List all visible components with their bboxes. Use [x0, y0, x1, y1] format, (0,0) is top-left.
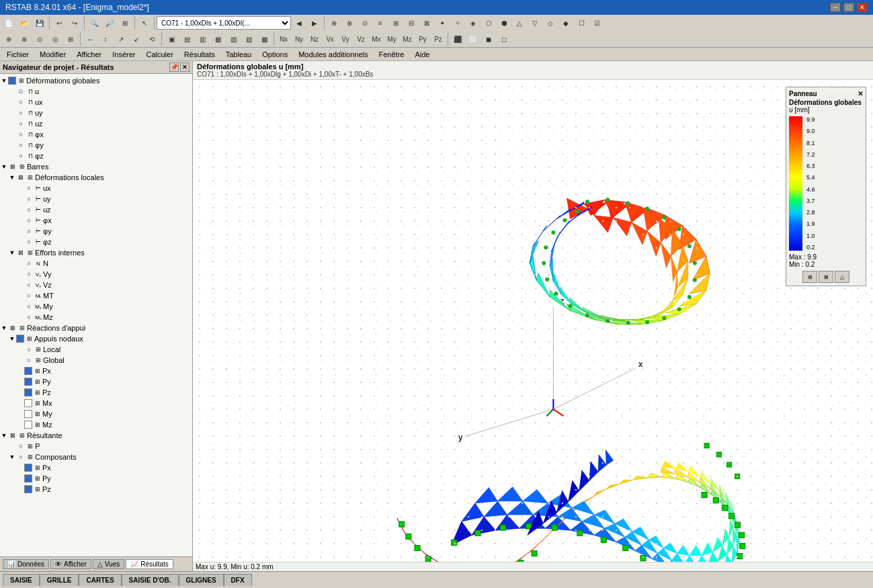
r8[interactable]: ↗: [114, 32, 128, 46]
menu-options[interactable]: Options: [257, 49, 293, 60]
tree-item-phiz[interactable]: ○ ⊓ φz: [0, 151, 192, 161]
tree-container[interactable]: ▼ ⊞ Déformations globales ⊙ ⊓ u ○ ⊓ ux: [0, 74, 192, 556]
tree-item-Mz-r[interactable]: ⊞ Mz: [0, 419, 192, 430]
tab-saisie[interactable]: SAISIE: [3, 574, 40, 586]
tree-item-comp-Py[interactable]: ⊞ Py: [0, 473, 192, 484]
load-combo[interactable]: CO71 - 1,00xDIs + 1,00xDI(...: [157, 16, 291, 30]
tab-glignes[interactable]: GLIGNES: [179, 574, 224, 586]
t5[interactable]: ⊞: [388, 15, 403, 30]
menu-tableau[interactable]: Tableau: [220, 49, 257, 60]
tree-item-phiy[interactable]: ○ ⊓ φy: [0, 140, 192, 151]
r15[interactable]: ▧: [226, 32, 241, 46]
tree-toggle[interactable]: ▼: [8, 249, 16, 257]
legend-btn-2[interactable]: ⊠: [819, 271, 833, 283]
tree-item-composants[interactable]: ▼ ○ ⊞ Composants: [0, 452, 192, 462]
t18[interactable]: ☑: [589, 15, 604, 30]
r12[interactable]: ▤: [179, 32, 194, 46]
t15[interactable]: ◇: [543, 15, 558, 30]
r11[interactable]: ▣: [164, 32, 179, 46]
tree-item-Vy[interactable]: ○ Vᵧ Vy: [0, 269, 192, 280]
r17[interactable]: ▩: [257, 32, 272, 46]
tree-item-bar-ux[interactable]: ○ ⊢ ux: [0, 183, 192, 194]
tree-item-bar-phiy[interactable]: ○ ⊢ φy: [0, 226, 192, 237]
tree-toggle[interactable]: ▼: [0, 163, 8, 171]
tree-item-phix[interactable]: ○ ⊓ φx: [0, 129, 192, 140]
tree-item-ux[interactable]: ○ ⊓ ux: [0, 97, 192, 108]
select-button[interactable]: ↖: [137, 15, 152, 30]
next-combo[interactable]: ▶: [307, 15, 322, 30]
tree-item-efforts-internes[interactable]: ▼ ⊠ ⊞ Efforts internes: [0, 247, 192, 258]
tree-checkbox[interactable]: [24, 464, 32, 472]
tree-checkbox[interactable]: [24, 421, 32, 429]
legend-btn-3[interactable]: △: [835, 271, 849, 283]
r21[interactable]: Vx: [323, 32, 337, 46]
tree-item-Mx[interactable]: ⊞ Mx: [0, 398, 192, 409]
tree-checkbox[interactable]: [24, 410, 32, 418]
menu-fenetre[interactable]: Fenêtre: [374, 49, 410, 60]
r29[interactable]: ⬛: [450, 32, 465, 46]
tree-checkbox[interactable]: [24, 367, 32, 375]
panel-pin-button[interactable]: 📌: [169, 62, 179, 72]
r18[interactable]: Nx: [276, 32, 291, 46]
r14[interactable]: ▦: [210, 32, 225, 46]
tree-item-Pz[interactable]: ⊞ Pz: [0, 387, 192, 398]
menu-fichier[interactable]: Fichier: [1, 49, 34, 60]
tree-toggle[interactable]: ▼: [8, 335, 16, 343]
t13[interactable]: △: [512, 15, 527, 30]
menu-afficher[interactable]: Afficher: [71, 49, 107, 60]
tree-item-Vz[interactable]: ○ Vᵤ Vz: [0, 280, 192, 290]
menu-modules[interactable]: Modules additionnels: [293, 49, 373, 60]
menu-inserer[interactable]: Insérer: [107, 49, 140, 60]
tree-checkbox[interactable]: [24, 399, 32, 407]
tree-item-barres[interactable]: ▼ ⊠ ⊞ Barres: [0, 161, 192, 172]
legend-btn-1[interactable]: ⊞: [802, 271, 817, 283]
zoom-out-button[interactable]: 🔎: [102, 15, 117, 30]
zoom-in-button[interactable]: 🔍: [87, 15, 101, 30]
menu-modifier[interactable]: Modifier: [34, 49, 71, 60]
r27[interactable]: Py: [415, 32, 430, 46]
t2[interactable]: ⊗: [342, 15, 357, 30]
t6[interactable]: ⊟: [404, 15, 419, 30]
menu-aide[interactable]: Aide: [409, 49, 435, 60]
tree-item-local[interactable]: ○ ⊞ Local: [0, 344, 192, 355]
r4[interactable]: ◎: [48, 32, 63, 46]
tree-toggle[interactable]: ▼: [8, 453, 16, 461]
tree-toggle[interactable]: ▼: [0, 324, 8, 332]
legend-close-button[interactable]: ✕: [858, 90, 863, 97]
r2[interactable]: ⊗: [17, 32, 32, 46]
tree-toggle[interactable]: ▼: [8, 173, 16, 181]
t17[interactable]: ☐: [574, 15, 589, 30]
viewport-canvas[interactable]: z x y: [193, 80, 873, 562]
tree-checkbox[interactable]: [8, 77, 16, 85]
zoom-all-button[interactable]: ⊞: [118, 15, 132, 30]
new-button[interactable]: 📄: [1, 15, 16, 30]
tab-donnees[interactable]: 📊 Données: [3, 559, 49, 569]
r9[interactable]: ↙: [129, 32, 144, 46]
r5[interactable]: ⊞: [63, 32, 78, 46]
tree-toggle[interactable]: ▼: [0, 77, 8, 85]
t9[interactable]: ✧: [450, 15, 465, 30]
t16[interactable]: ◆: [558, 15, 573, 30]
tree-item-u[interactable]: ⊙ ⊓ u: [0, 86, 192, 97]
tree-item-bar-phiz[interactable]: ○ ⊢ φz: [0, 237, 192, 247]
menu-calculer[interactable]: Calculer: [140, 49, 178, 60]
tree-item-comp-Pz[interactable]: ⊞ Pz: [0, 484, 192, 495]
tree-item-MT[interactable]: ○ Mₜ MT: [0, 290, 192, 301]
maximize-button[interactable]: □: [843, 3, 854, 12]
redo-button[interactable]: ↪: [67, 15, 82, 30]
r13[interactable]: ▥: [195, 32, 210, 46]
t3[interactable]: ⊙: [358, 15, 372, 30]
tree-item-My[interactable]: ○ Mᵧ My: [0, 301, 192, 312]
r23[interactable]: Vz: [354, 32, 368, 46]
r7[interactable]: ↕: [98, 32, 113, 46]
tree-item-uy[interactable]: ○ ⊓ uy: [0, 108, 192, 118]
tree-item-uz[interactable]: ○ ⊓ uz: [0, 118, 192, 129]
tree-checkbox[interactable]: [24, 474, 32, 482]
menu-resultats[interactable]: Résultats: [179, 49, 220, 60]
tab-vues[interactable]: △ Vues: [93, 559, 124, 569]
t12[interactable]: ⬢: [497, 15, 511, 30]
undo-button[interactable]: ↩: [52, 15, 67, 30]
r16[interactable]: ▨: [241, 32, 256, 46]
tree-item-P[interactable]: ○ ⊞ P: [0, 441, 192, 452]
tree-item-My-r[interactable]: ⊞ My: [0, 409, 192, 419]
